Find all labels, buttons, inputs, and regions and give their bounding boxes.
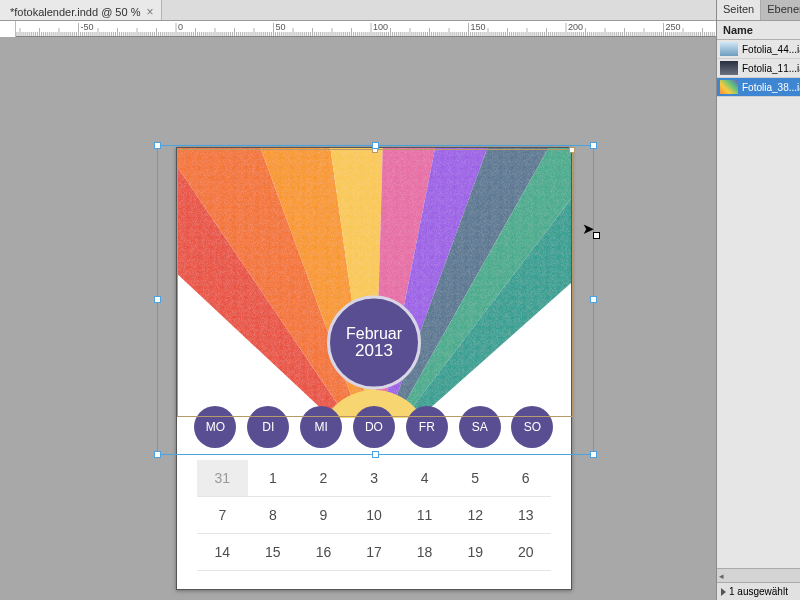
svg-text:100: 100 (373, 22, 388, 32)
document-tab-bar: *fotokalender.indd @ 50 % × (0, 0, 800, 21)
panel-scrollbar[interactable]: ◂ (717, 568, 800, 582)
calendar-cell: 7 (197, 497, 248, 534)
calendar-cell: 13 (500, 497, 551, 534)
document-tab[interactable]: *fotokalender.indd @ 50 % × (0, 0, 162, 20)
calendar-cell: 10 (349, 497, 400, 534)
calendar-cell: 17 (349, 534, 400, 571)
svg-text:50: 50 (276, 22, 286, 32)
calendar-cell: 18 (399, 534, 450, 571)
calendar-cell: 14 (197, 534, 248, 571)
calendar-cell: 3 (349, 460, 400, 497)
weekday-fr: FR (406, 406, 448, 448)
calendar-row: 14151617181920 (197, 534, 551, 571)
calendar-cell: 16 (298, 534, 349, 571)
svg-text:200: 200 (568, 22, 583, 32)
resize-handle-tr[interactable] (590, 142, 597, 149)
calendar-cell: 15 (248, 534, 299, 571)
calendar-cell: 9 (298, 497, 349, 534)
calendar-row: 78910111213 (197, 497, 551, 534)
panel-footer: 1 ausgewählt (717, 582, 800, 600)
ruler-svg: -50050100150200250 (16, 21, 716, 37)
cursor-icon: ➤ (582, 220, 595, 238)
weekday-so: SO (511, 406, 553, 448)
link-item[interactable]: Fotolia_11...ia (717, 59, 800, 78)
horizontal-ruler[interactable]: -50050100150200250 (0, 21, 716, 37)
links-panel: Seiten Ebenen Name Fotolia_44...iaFotoli… (716, 0, 800, 600)
weekday-do: DO (353, 406, 395, 448)
link-thumbnail (720, 61, 738, 75)
calendar-cell: 31 (197, 460, 248, 497)
weekday-row: MODIMIDOFRSASO (177, 406, 571, 448)
canvas[interactable]: Februar 2013 MODIMIDOFRSASO 311234567891… (0, 37, 716, 600)
resize-handle-tl[interactable] (154, 142, 161, 149)
panel-column-header: Name (717, 21, 800, 40)
link-thumbnail (720, 42, 738, 56)
resize-handle-bl[interactable] (154, 451, 161, 458)
calendar-cell: 8 (248, 497, 299, 534)
svg-text:-50: -50 (81, 22, 94, 32)
calendar-cell: 6 (500, 460, 551, 497)
calendar-page[interactable]: Februar 2013 MODIMIDOFRSASO 311234567891… (176, 147, 572, 590)
svg-text:150: 150 (471, 22, 486, 32)
calendar-cell: 20 (500, 534, 551, 571)
calendar-cell: 2 (298, 460, 349, 497)
panel-tab-ebenen[interactable]: Ebenen (761, 0, 800, 20)
document-tab-title: *fotokalender.indd @ 50 % (10, 6, 140, 18)
links-list[interactable]: Fotolia_44...iaFotolia_11...iaFotolia_38… (717, 40, 800, 568)
weekday-mi: MI (300, 406, 342, 448)
workspace: -50050100150200250 (0, 21, 716, 600)
calendar-row: 31123456 (197, 460, 551, 497)
calendar-cell: 1 (248, 460, 299, 497)
calendar-cell: 12 (450, 497, 501, 534)
disclosure-triangle-icon[interactable] (721, 588, 726, 596)
link-label: Fotolia_11...ia (742, 63, 800, 74)
resize-handle-ml[interactable] (154, 296, 161, 303)
month-badge: Februar 2013 (327, 295, 421, 389)
calendar-cell: 19 (450, 534, 501, 571)
link-thumbnail (720, 80, 738, 94)
svg-text:0: 0 (178, 22, 183, 32)
link-label: Fotolia_38...ia (742, 82, 800, 93)
year-label: 2013 (355, 340, 393, 360)
link-item[interactable]: Fotolia_38...ia (717, 78, 800, 97)
svg-text:250: 250 (666, 22, 681, 32)
panel-tab-strip: Seiten Ebenen (717, 0, 800, 21)
ruler-origin[interactable] (0, 21, 16, 37)
calendar-cell: 4 (399, 460, 450, 497)
resize-handle-br[interactable] (590, 451, 597, 458)
close-icon[interactable]: × (146, 5, 153, 19)
weekday-mo: MO (194, 406, 236, 448)
calendar-cell: 11 (399, 497, 450, 534)
calendar-cell: 5 (450, 460, 501, 497)
panel-tab-seiten[interactable]: Seiten (717, 0, 761, 20)
selection-count: 1 ausgewählt (729, 586, 788, 597)
calendar-grid: 311234567891011121314151617181920 (177, 456, 571, 589)
hero-image-frame[interactable]: Februar 2013 (177, 148, 571, 418)
resize-handle-mr[interactable] (590, 296, 597, 303)
link-item[interactable]: Fotolia_44...ia (717, 40, 800, 59)
weekday-di: DI (247, 406, 289, 448)
link-label: Fotolia_44...ia (742, 44, 800, 55)
weekday-sa: SA (459, 406, 501, 448)
